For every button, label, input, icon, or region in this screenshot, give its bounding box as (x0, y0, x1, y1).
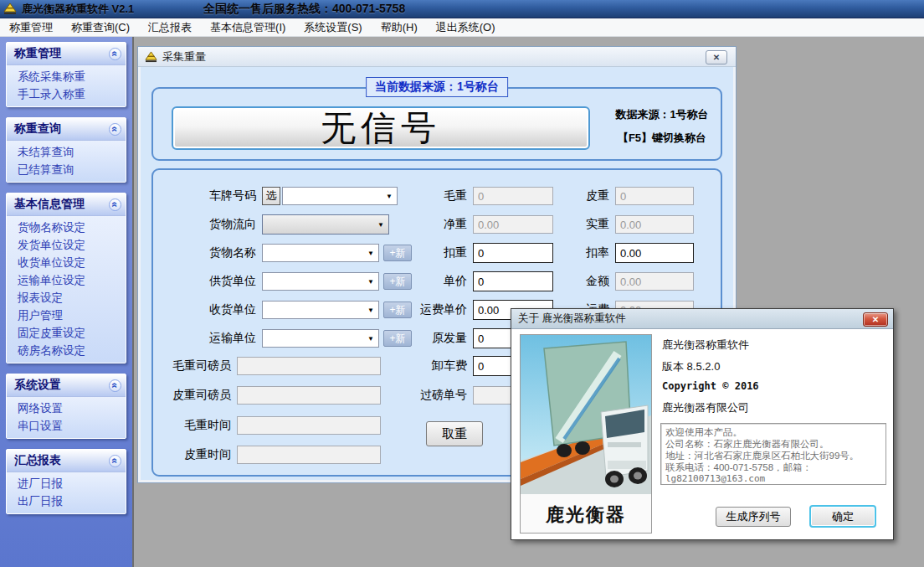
menu-weighing-query[interactable]: 称重查询(C) (62, 18, 139, 37)
transport-unit-combo[interactable]: ▼ (262, 329, 379, 348)
menu-system-settings[interactable]: 系统设置(S) (295, 18, 371, 37)
collapse-chevron-icon[interactable]: « (109, 123, 121, 136)
plate-number-combo[interactable]: ▼ (282, 187, 398, 205)
goods-flow-combo[interactable]: ▼ (262, 214, 389, 235)
collapse-chevron-icon[interactable]: « (109, 48, 121, 60)
section-items: 货物名称设定 发货单位设定 收货单位设定 运输单位设定 报表设定 用户管理 固定… (7, 216, 126, 363)
actual-weight-label: 实重 (552, 217, 615, 232)
service-hotline: 全国统一售后服务热线：400-071-5758 (203, 2, 405, 17)
menu-summary-reports[interactable]: 汇总报表 (139, 18, 201, 37)
dropdown-arrow-icon: ▼ (382, 193, 397, 200)
net-weight-label: 净重 (401, 217, 473, 232)
deduct-weight-field[interactable] (473, 243, 553, 263)
close-icon: ✕ (872, 316, 879, 324)
sidebar: 称重管理 « 系统采集称重 手工录入称重 称重查询 « 未结算查询 已结算查询 (0, 37, 132, 567)
take-weight-button[interactable]: 取重 (426, 421, 483, 446)
sidebar-item-weighhouse-name-setting[interactable]: 磅房名称设定 (7, 342, 126, 359)
amount-field[interactable] (615, 272, 694, 291)
deduct-weight-label: 扣重 (401, 245, 473, 260)
info-line: 公司名称：石家庄鹿光衡器有限公司。 (665, 438, 881, 450)
window-title: 采集重量 (162, 49, 206, 64)
dialog-titlebar[interactable]: 关于 鹿光衡器称重软件 ✕ (511, 309, 893, 329)
company-info-box: 欢迎使用本产品。 公司名称：石家庄鹿光衡器有限公司。 地址：河北省石家庄鹿泉区石… (660, 423, 886, 485)
sidebar-section-weighing-query: 称重查询 « 未结算查询 已结算查询 (6, 117, 126, 183)
deduct-rate-label: 扣率 (552, 245, 615, 260)
sidebar-item-user-management[interactable]: 用户管理 (7, 307, 126, 324)
generate-serial-button[interactable]: 生成序列号 (716, 507, 791, 527)
data-source-label: 当前数据来源：1号称台 (366, 77, 508, 97)
net-weight-field[interactable] (473, 215, 553, 234)
sidebar-item-inbound-daily-report[interactable]: 进厂日报 (7, 475, 126, 492)
amount-label: 金额 (552, 274, 615, 289)
truck-image: 鹿光衡器 (520, 334, 652, 533)
section-header-basic-info[interactable]: 基本信息管理 « (7, 193, 126, 216)
dropdown-arrow-icon: ▼ (363, 307, 378, 314)
goods-name-combo[interactable]: ▼ (262, 244, 379, 262)
gross-weight-field[interactable] (473, 187, 553, 205)
sidebar-item-settled-query[interactable]: 已结算查询 (7, 161, 126, 178)
select-plate-button[interactable]: 选 (262, 187, 280, 205)
sidebar-item-manual-entry-weighing[interactable]: 手工录入称重 (7, 85, 126, 103)
window-titlebar[interactable]: 采集重量 ✕ (138, 47, 736, 67)
menu-basic-info-management[interactable]: 基本信息管理(I) (201, 18, 295, 37)
section-items: 网络设置 串口设置 (7, 397, 126, 438)
dialog-close-button[interactable]: ✕ (863, 312, 888, 327)
sidebar-item-transport-unit-setting[interactable]: 运输单位设定 (7, 271, 126, 289)
tare-weight-field[interactable] (615, 187, 694, 205)
goods-name-label: 货物名称 (160, 245, 262, 260)
menu-weighing-management[interactable]: 称重管理 (0, 18, 62, 37)
section-header-weighing-management[interactable]: 称重管理 « (7, 43, 126, 65)
section-title: 系统设置 (14, 378, 61, 393)
data-source-group: 当前数据来源：1号称台 无信号 数据来源：1号称台 【F5】键切换称台 (151, 87, 722, 161)
gross-operator-label: 毛重司磅员 (160, 358, 237, 374)
info-line-email: lg82100713@163.com (665, 473, 881, 485)
collapse-chevron-icon[interactable]: « (109, 455, 121, 467)
collapse-chevron-icon[interactable]: « (109, 198, 121, 211)
menu-help[interactable]: 帮助(H) (372, 18, 427, 37)
sidebar-item-serial-port-settings[interactable]: 串口设置 (7, 417, 126, 435)
tare-weight-label: 皮重 (552, 188, 615, 204)
section-title: 称重查询 (14, 121, 61, 137)
ok-button[interactable]: 确定 (809, 505, 876, 528)
weight-display: 无信号 (172, 106, 590, 150)
supplier-unit-label: 供货单位 (160, 274, 262, 289)
sidebar-item-sender-unit-setting[interactable]: 发货单位设定 (7, 236, 126, 254)
sidebar-section-system-settings: 系统设置 « 网络设置 串口设置 (6, 374, 126, 439)
close-icon: ✕ (713, 54, 720, 62)
sidebar-section-basic-info: 基本信息管理 « 货物名称设定 发货单位设定 收货单位设定 运输单位设定 报表设… (6, 193, 126, 363)
section-items: 系统采集称重 手工录入称重 (7, 65, 126, 106)
collapse-chevron-icon[interactable]: « (109, 379, 121, 392)
source-info-line1: 数据来源：1号称台 (600, 107, 724, 122)
tare-time-field[interactable] (237, 446, 381, 464)
plate-number-label: 车牌号码 (160, 188, 262, 204)
section-header-summary-reports[interactable]: 汇总报表 « (7, 450, 126, 472)
supplier-unit-combo[interactable]: ▼ (262, 272, 379, 291)
menu-exit[interactable]: 退出系统(O) (427, 18, 505, 37)
sidebar-item-unsettled-query[interactable]: 未结算查询 (7, 143, 126, 161)
deduct-rate-field[interactable] (615, 243, 694, 263)
weighbill-number-label: 过磅单号 (401, 388, 473, 403)
window-close-button[interactable]: ✕ (706, 50, 727, 64)
sidebar-item-system-collect-weighing[interactable]: 系统采集称重 (7, 68, 126, 85)
gross-time-field[interactable] (237, 416, 381, 435)
section-header-weighing-query[interactable]: 称重查询 « (7, 118, 126, 141)
sidebar-item-report-setting[interactable]: 报表设定 (7, 289, 126, 307)
sidebar-section-weighing-management: 称重管理 « 系统采集称重 手工录入称重 (6, 42, 126, 107)
sidebar-item-receiver-unit-setting[interactable]: 收货单位设定 (7, 254, 126, 271)
info-line: 地址：河北省石家庄鹿泉区石柏北大街99号。 (665, 450, 881, 461)
actual-weight-field[interactable] (615, 215, 694, 234)
mdi-area: 采集重量 ✕ 当前数据来源：1号称台 无信号 数据来源：1号称台 【F5】键切换… (132, 37, 924, 567)
receiver-unit-combo[interactable]: ▼ (262, 301, 379, 319)
sidebar-item-goods-name-setting[interactable]: 货物名称设定 (7, 219, 126, 236)
tare-operator-field[interactable] (237, 386, 381, 405)
section-items: 未结算查询 已结算查询 (7, 141, 126, 182)
version-text: 版本 8.5.2.0 (662, 359, 720, 374)
sidebar-item-fixed-tare-setting[interactable]: 固定皮重设定 (7, 324, 126, 342)
receiver-unit-label: 收货单位 (160, 302, 262, 317)
gross-operator-field[interactable] (237, 357, 381, 375)
dialog-title: 关于 鹿光衡器称重软件 (518, 312, 625, 326)
unit-price-field[interactable] (473, 271, 553, 291)
section-header-system-settings[interactable]: 系统设置 « (7, 374, 126, 397)
sidebar-item-network-settings[interactable]: 网络设置 (7, 399, 126, 417)
sidebar-item-outbound-daily-report[interactable]: 出厂日报 (7, 492, 126, 510)
